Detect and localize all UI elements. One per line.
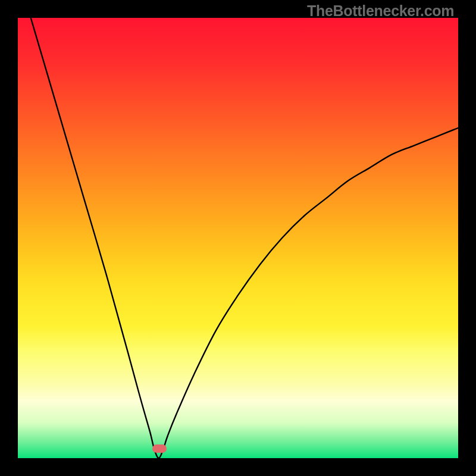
bottleneck-curve bbox=[18, 18, 458, 458]
chart-frame: TheBottlenecker.com bbox=[0, 0, 476, 476]
optimal-point-marker bbox=[152, 444, 167, 453]
watermark-text: TheBottlenecker.com bbox=[307, 2, 454, 20]
plot-area bbox=[18, 18, 458, 458]
